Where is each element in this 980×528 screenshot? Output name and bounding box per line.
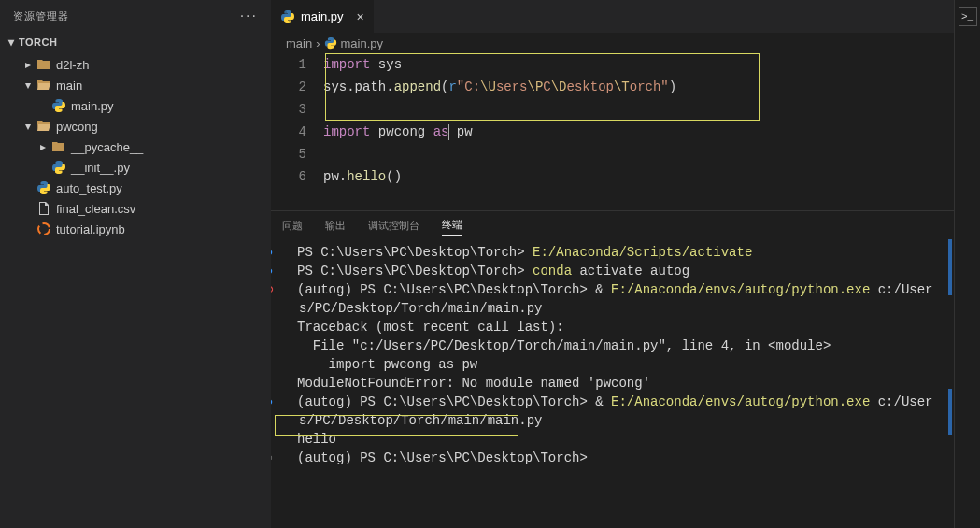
kw-as: as (433, 124, 449, 139)
close-icon[interactable]: × (357, 9, 364, 24)
more-icon[interactable]: ··· (240, 7, 258, 24)
prompt: (autog) PS C:\Users\PC\Desktop\Torch> (297, 450, 588, 465)
tree-item-label: pwcong (56, 120, 98, 134)
cmd: E:/Anaconda/envs/autog/python.exe (611, 394, 870, 409)
expr: sys.path. (323, 79, 394, 94)
python-icon (50, 159, 67, 176)
code-content[interactable]: import sys sys.path.append(r"C:\Users\PC… (323, 53, 954, 210)
chevron-right-icon: › (316, 36, 320, 50)
chevron-down-icon: ▾ (4, 35, 19, 50)
alias: pw (448, 124, 472, 139)
bullet-icon: ● (282, 243, 293, 262)
breadcrumb-seg[interactable]: main.py (341, 36, 384, 50)
tree-item-label: __init__.py (71, 161, 130, 175)
error-msg: ModuleNotFoundError: No module named 'pw… (297, 376, 650, 391)
str: sers (496, 79, 528, 94)
traceback: import pwcong as pw (297, 357, 477, 372)
tree-item-label: main (56, 78, 82, 93)
args: activate autog (572, 264, 689, 278)
paren: () (386, 169, 402, 184)
str: "C: (457, 79, 480, 94)
folder-open-icon (36, 77, 52, 93)
explorer-header: 资源管理器 ··· (0, 0, 271, 32)
tree-item-label: final_clean.csv (56, 202, 135, 216)
tree-item-final_cleancsv[interactable]: ▸final_clean.csv (0, 198, 271, 219)
chevron-down-icon: ▾ (21, 119, 36, 134)
esc: \U (480, 79, 496, 94)
terminal-side-icon[interactable]: >_ (959, 7, 977, 26)
tree-item-label: main.py (71, 99, 114, 113)
tab-problems[interactable]: 问题 (282, 215, 303, 236)
str: orch" (630, 79, 669, 94)
bullet-icon: ● (282, 262, 293, 280)
chevron-right-icon: ▸ (36, 139, 50, 154)
cmd: conda (533, 264, 572, 278)
tree-item-__pycache__[interactable]: ▸__pycache__ (0, 136, 271, 157)
svg-point-0 (38, 223, 50, 235)
bullet-icon: ○ (282, 449, 293, 467)
python-icon (324, 36, 337, 50)
cmd: E:/Anaconda/envs/autog/python.exe (611, 282, 870, 297)
prompt: (autog) PS C:\Users\PC\Desktop\Torch> & (297, 282, 611, 297)
right-rail: >_ (954, 0, 980, 528)
tab-terminal[interactable]: 终端 (442, 214, 462, 236)
str: C (543, 79, 550, 94)
bottom-panel: 问题 输出 调试控制台 终端 ●PS C:\Users\PC\Desktop\T… (271, 210, 954, 528)
chevron-down-icon: ▾ (21, 78, 36, 93)
line-number: 5 (271, 143, 306, 165)
traceback: File "c:/Users/PC/Desktop/Torch/main/mai… (297, 338, 831, 353)
tree-item-label: __pycache__ (71, 140, 143, 154)
project-header[interactable]: ▾ TORCH (0, 32, 271, 52)
prompt: (autog) PS C:\Users\PC\Desktop\Torch> & (297, 394, 611, 409)
fn-append: append (394, 79, 441, 94)
tree-item-main[interactable]: ▾main (0, 75, 271, 95)
tab-debug[interactable]: 调试控制台 (368, 215, 419, 236)
esc: \D (551, 79, 567, 94)
panel-tabbar: 问题 输出 调试控制台 终端 (271, 211, 954, 239)
breadcrumb[interactable]: main › main.py (271, 33, 954, 53)
chevron-right-icon: ▸ (21, 57, 36, 72)
cmd: E:/Anaconda/Scripts/activate (533, 245, 752, 260)
line-number: 4 (271, 121, 306, 143)
line-gutter: 123456 (271, 53, 323, 210)
tree-item-auto_testpy[interactable]: ▸auto_test.py (0, 178, 271, 198)
python-icon (36, 179, 52, 196)
tree-item-tutorialipynb[interactable]: ▸tutorial.ipynb (0, 219, 271, 239)
output-hello: hello (297, 432, 336, 447)
tab-output[interactable]: 输出 (325, 215, 346, 236)
breadcrumb-seg[interactable]: main (286, 36, 312, 50)
line-number: 6 (271, 165, 306, 188)
error-bullet-icon: ⊗ (282, 280, 293, 299)
line-number: 3 (271, 98, 306, 121)
fn-hello: hello (347, 169, 386, 184)
expr: pw. (323, 169, 347, 184)
tree-item-label: tutorial.ipynb (56, 222, 125, 236)
tree-item-mainpy[interactable]: ▸main.py (0, 95, 271, 116)
traceback: Traceback (most recent call last): (297, 320, 564, 335)
tree-item-d2lzh[interactable]: ▸d2l-zh (0, 54, 271, 75)
code-editor[interactable]: 123456 import sys sys.path.append(r"C:\U… (271, 53, 954, 210)
editor-tab-mainpy[interactable]: main.py × (271, 0, 375, 33)
file-icon (36, 200, 52, 217)
paren: ) (669, 79, 676, 94)
python-icon (280, 9, 295, 24)
raw-prefix: r (448, 79, 456, 94)
esc: \P (528, 79, 544, 94)
folder-icon (50, 138, 67, 155)
tree-item-__init__py[interactable]: ▸__init__.py (0, 157, 271, 178)
line-number: 1 (271, 53, 306, 76)
line-number: 2 (271, 76, 306, 98)
project-name: TORCH (19, 36, 57, 48)
tree-item-label: d2l-zh (56, 58, 89, 72)
str: esktop (567, 79, 614, 94)
editor-tabbar: main.py × (271, 0, 954, 33)
bullet-icon: ● (282, 392, 293, 411)
esc: \T (614, 79, 630, 94)
folder-icon (36, 56, 52, 73)
kw-import: import (323, 57, 370, 72)
prompt: PS C:\Users\PC\Desktop\Torch> (297, 264, 533, 278)
terminal[interactable]: ●PS C:\Users\PC\Desktop\Torch> E:/Anacon… (271, 239, 954, 528)
module: pwcong (370, 124, 433, 139)
tree-item-pwcong[interactable]: ▾pwcong (0, 116, 271, 136)
tree-item-label: auto_test.py (56, 181, 122, 195)
